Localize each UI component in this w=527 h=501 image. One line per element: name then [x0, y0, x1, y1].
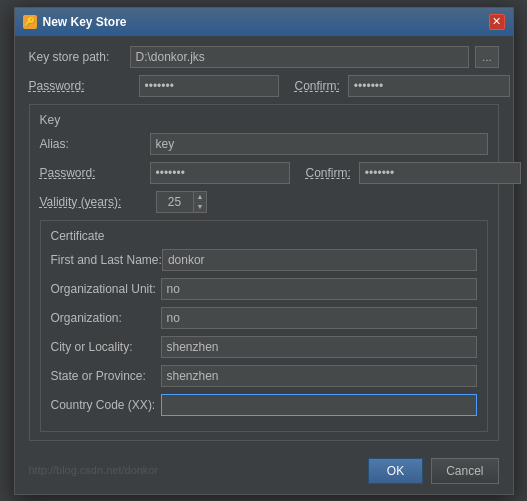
key-password-label: Password: — [40, 166, 150, 180]
key-confirm-label: Confirm: — [306, 166, 351, 180]
keystore-path-label: Key store path: — [29, 50, 124, 64]
orgunit-input[interactable] — [161, 278, 477, 300]
firstname-input[interactable] — [162, 249, 477, 271]
state-input[interactable] — [161, 365, 477, 387]
city-input[interactable] — [161, 336, 477, 358]
validity-label: Validity (years): — [40, 195, 150, 209]
browse-button[interactable]: ... — [475, 46, 498, 68]
validity-input[interactable] — [157, 192, 193, 212]
keystore-path-input[interactable] — [130, 46, 470, 68]
city-row: City or Locality: — [51, 336, 477, 358]
state-row: State or Province: — [51, 365, 477, 387]
top-password-label: Password: — [29, 79, 139, 93]
cancel-button[interactable]: Cancel — [431, 458, 498, 484]
org-row: Organization: — [51, 307, 477, 329]
title-bar-left: 🔑 New Key Store — [23, 15, 127, 29]
spinner-buttons: ▲ ▼ — [193, 192, 207, 212]
org-input[interactable] — [161, 307, 477, 329]
title-bar: 🔑 New Key Store ✕ — [15, 8, 513, 36]
firstname-row: First and Last Name: — [51, 249, 477, 271]
certificate-label: Certificate — [51, 229, 477, 243]
country-label: Country Code (XX): — [51, 398, 161, 412]
button-group: OK Cancel — [368, 458, 499, 484]
validity-spinner[interactable]: ▲ ▼ — [156, 191, 208, 213]
orgunit-row: Organizational Unit: — [51, 278, 477, 300]
country-row: Country Code (XX): — [51, 394, 477, 416]
certificate-group: Certificate First and Last Name: Organiz… — [40, 220, 488, 432]
ok-button[interactable]: OK — [368, 458, 423, 484]
keystore-path-row: Key store path: ... — [29, 46, 499, 68]
alias-input[interactable] — [150, 133, 488, 155]
city-label: City or Locality: — [51, 340, 161, 354]
dialog-title: New Key Store — [43, 15, 127, 29]
validity-row: Validity (years): ▲ ▼ — [40, 191, 488, 213]
dialog-content: Key store path: ... Password: Confirm: K… — [15, 36, 513, 458]
top-password-row: Password: Confirm: — [29, 75, 499, 97]
close-button[interactable]: ✕ — [489, 14, 505, 30]
top-confirm-label: Confirm: — [295, 79, 340, 93]
top-password-input[interactable] — [139, 75, 279, 97]
spinner-down-button[interactable]: ▼ — [194, 202, 207, 212]
alias-label: Alias: — [40, 137, 150, 151]
key-confirm-group: Confirm: — [306, 162, 521, 184]
top-confirm-input[interactable] — [348, 75, 510, 97]
new-keystore-dialog: 🔑 New Key Store ✕ Key store path: ... Pa… — [14, 7, 514, 495]
top-confirm-group: Confirm: — [295, 75, 510, 97]
country-input[interactable] — [161, 394, 477, 416]
key-password-row: Password: Confirm: — [40, 162, 488, 184]
alias-row: Alias: — [40, 133, 488, 155]
watermark-text: http://blog.csdn.net/donkor — [29, 464, 173, 478]
state-label: State or Province: — [51, 369, 161, 383]
dialog-icon: 🔑 — [23, 15, 37, 29]
org-label: Organization: — [51, 311, 161, 325]
key-confirm-input[interactable] — [359, 162, 521, 184]
spinner-up-button[interactable]: ▲ — [194, 192, 207, 202]
key-section-label: Key — [40, 113, 488, 127]
orgunit-label: Organizational Unit: — [51, 282, 161, 296]
firstname-label: First and Last Name: — [51, 253, 162, 267]
key-password-input[interactable] — [150, 162, 290, 184]
key-group: Key Alias: Password: Confirm: Validity (… — [29, 104, 499, 441]
